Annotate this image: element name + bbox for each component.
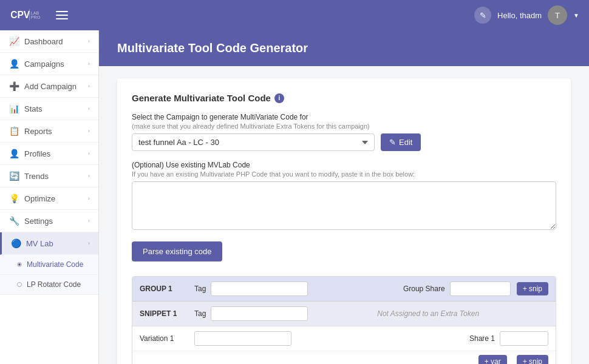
pencil-icon[interactable]: ✎ (474, 7, 491, 24)
add-var-button[interactable]: + var (478, 355, 507, 364)
snippet-tag-label: Tag (194, 309, 206, 318)
reports-caret: › (88, 128, 90, 134)
group-share-input[interactable] (450, 281, 511, 296)
profiles-caret: › (88, 150, 90, 157)
optional-section: (Optional) Use existing MVLab Code If yo… (132, 161, 556, 232)
page-header: Multivariate Tool Code Generator (99, 30, 589, 66)
edit-button[interactable]: ✎ Edit (381, 133, 421, 151)
optimize-icon: 💡 (9, 194, 19, 203)
content-area: Generate Multivariate Tool Code i Select… (99, 66, 589, 364)
navbar-logo: CPV LAB PRO (10, 6, 46, 24)
settings-caret: › (88, 218, 90, 224)
sidebar-label-stats: Stats (24, 104, 88, 113)
main-card: Generate Multivariate Tool Code i Select… (117, 78, 571, 364)
hello-text: Hello, thadm (497, 11, 542, 20)
navbar: CPV LAB PRO ✎ Hello, thadm T ▼ (0, 0, 589, 30)
stats-caret: › (88, 106, 90, 112)
mv-lab-icon: 🔵 (10, 238, 21, 248)
campaign-section: Select the Campaign to generate MultiVar… (132, 113, 556, 151)
campaign-sublabel: (make sure that you already defined Mult… (132, 123, 556, 130)
parse-btn[interactable]: Parse existing code (132, 241, 222, 261)
subitem-label-lp-rotator: LP Rotator Code (27, 280, 81, 289)
campaign-select[interactable]: test funnel Aa - LC - 30 (132, 133, 375, 151)
sidebar-submenu: Multivariate Code LP Rotator Code (0, 255, 98, 295)
snippet-row: SNIPPET 1 Tag Not Assigned to an Extra T… (132, 302, 556, 326)
sidebar-item-profiles[interactable]: 👤 Profiles › (0, 143, 98, 165)
sidebar-label-mv-lab: MV Lab (26, 239, 88, 248)
add-snip-button[interactable]: + snip (517, 282, 548, 295)
snippet-label: SNIPPET 1 (140, 309, 194, 318)
mv-lab-caret: › (88, 240, 90, 246)
group-label: GROUP 1 (140, 285, 194, 293)
nav-caret-icon[interactable]: ▼ (573, 12, 579, 19)
sidebar-item-campaigns[interactable]: 👤 Campaigns › (0, 53, 98, 75)
sidebar-item-settings[interactable]: 🔧 Settings › (0, 210, 98, 232)
sidebar-label-profiles: Profiles (24, 149, 88, 158)
sidebar-item-add-campaign[interactable]: ➕ Add Campaign › (0, 75, 98, 98)
add-campaign-icon: ➕ (9, 81, 19, 91)
campaign-label: Select the Campaign to generate MultiVar… (132, 113, 556, 121)
hamburger-icon[interactable] (56, 11, 68, 19)
add-campaign-caret: › (88, 83, 90, 89)
layout: 📈 Dashboard › 👤 Campaigns › ➕ Add Campai… (0, 30, 589, 364)
campaigns-caret: › (88, 61, 90, 67)
variation-share-input[interactable] (500, 331, 548, 346)
optimize-caret: › (88, 195, 90, 201)
sidebar-label-settings: Settings (24, 217, 88, 226)
sidebar-item-mv-lab[interactable]: 🔵 MV Lab › (0, 232, 98, 255)
sidebar-item-optimize[interactable]: 💡 Optimize › (0, 187, 98, 210)
trends-caret: › (88, 173, 90, 179)
trends-icon: 🔄 (9, 171, 19, 181)
sidebar-label-dashboard: Dashboard (24, 37, 88, 46)
sidebar: 📈 Dashboard › 👤 Campaigns › ➕ Add Campai… (0, 30, 99, 364)
sub-dot-multivariate (17, 262, 22, 267)
navbar-right: ✎ Hello, thadm T ▼ (474, 5, 579, 25)
settings-icon: 🔧 (9, 216, 19, 226)
card-title: Generate Multivariate Tool Code i (132, 93, 556, 103)
variation-input[interactable] (194, 331, 291, 346)
group-tag-input[interactable] (211, 281, 308, 296)
reports-icon: 📋 (9, 126, 19, 136)
stats-icon: 📊 (9, 104, 19, 113)
variation-share-label: Share 1 (469, 334, 495, 343)
variation-name: Variation 1 (140, 334, 194, 343)
sidebar-item-stats[interactable]: 📊 Stats › (0, 98, 98, 120)
subitem-label-multivariate: Multivariate Code (27, 260, 83, 269)
add-snip-button-2[interactable]: + snip (517, 355, 548, 364)
dashboard-icon: 📈 (9, 36, 19, 46)
group-tag-label: Tag (194, 285, 206, 293)
edit-icon: ✎ (389, 138, 396, 147)
variation-row: Variation 1 Share 1 (132, 326, 556, 351)
sidebar-item-trends[interactable]: 🔄 Trends › (0, 165, 98, 187)
snippet-tag-input[interactable] (211, 306, 308, 321)
optional-label: (Optional) Use existing MVLab Code (132, 161, 556, 169)
sidebar-subitem-lp-rotator-code[interactable]: LP Rotator Code (0, 275, 98, 295)
optional-sublabel: If you have an existing Multivariate PHP… (132, 170, 556, 178)
sidebar-label-campaigns: Campaigns (24, 59, 88, 69)
sub-dot-lp-rotator (17, 282, 22, 287)
group-header-row: GROUP 1 Tag Group Share + snip (132, 277, 556, 302)
sidebar-label-reports: Reports (24, 127, 88, 136)
info-icon[interactable]: i (274, 93, 284, 103)
not-assigned-text: Not Assigned to an Extra Token (308, 309, 548, 318)
main-content: Multivariate Tool Code Generator Generat… (99, 30, 589, 364)
group-table: GROUP 1 Tag Group Share + snip SNIPPET 1… (132, 276, 556, 364)
logo-icon: CPV LAB PRO (10, 6, 46, 24)
svg-text:PRO: PRO (31, 15, 41, 20)
code-textarea[interactable] (132, 181, 556, 230)
navbar-left: CPV LAB PRO (10, 6, 68, 24)
profiles-icon: 👤 (9, 149, 19, 158)
campaigns-icon: 👤 (9, 59, 19, 69)
sidebar-label-trends: Trends (24, 172, 88, 181)
dashboard-caret: › (88, 38, 90, 44)
sidebar-subitem-multivariate-code[interactable]: Multivariate Code (0, 255, 98, 275)
sidebar-item-reports[interactable]: 📋 Reports › (0, 120, 98, 143)
action-btns-row: + var + snip (132, 351, 556, 364)
sidebar-label-add-campaign: Add Campaign (24, 82, 88, 91)
sidebar-label-optimize: Optimize (24, 194, 88, 203)
avatar[interactable]: T (548, 5, 567, 25)
svg-text:CPV: CPV (10, 10, 30, 20)
page-title: Multivariate Tool Code Generator (117, 41, 571, 55)
sidebar-item-dashboard[interactable]: 📈 Dashboard › (0, 30, 98, 53)
campaign-row: test funnel Aa - LC - 30 ✎ Edit (132, 133, 556, 151)
